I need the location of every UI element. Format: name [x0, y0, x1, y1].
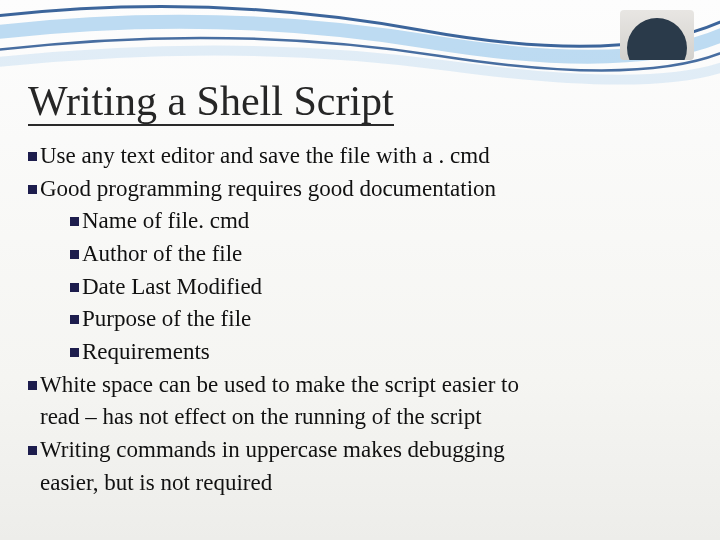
- bullet-text: Date Last Modified: [82, 271, 690, 304]
- bullet-item: Use any text editor and save the file wi…: [28, 140, 690, 173]
- corner-logo: [620, 10, 694, 60]
- bullet-text: White space can be used to make the scri…: [40, 369, 690, 402]
- slide-title: Writing a Shell Script: [28, 78, 394, 126]
- square-bullet-icon: [70, 348, 79, 357]
- bullet-text: Name of file. cmd: [82, 205, 690, 238]
- logo-arc-icon: [627, 18, 687, 60]
- bullet-item: Author of the file: [70, 238, 690, 271]
- bullet-item: Requirements: [70, 336, 690, 369]
- bullet-item: Date Last Modified: [70, 271, 690, 304]
- square-bullet-icon: [70, 217, 79, 226]
- bullet-continuation: easier, but is not required: [40, 467, 690, 500]
- bullet-item: Writing commands in uppercase makes debu…: [28, 434, 690, 467]
- square-bullet-icon: [28, 381, 37, 390]
- bullet-item: White space can be used to make the scri…: [28, 369, 690, 402]
- square-bullet-icon: [70, 250, 79, 259]
- bullet-text: Purpose of the file: [82, 303, 690, 336]
- bullet-item: Name of file. cmd: [70, 205, 690, 238]
- bullet-text: Author of the file: [82, 238, 690, 271]
- bullet-continuation: read – has not effect on the running of …: [40, 401, 690, 434]
- square-bullet-icon: [28, 446, 37, 455]
- square-bullet-icon: [70, 315, 79, 324]
- bullet-text: Requirements: [82, 336, 690, 369]
- bullet-text: Writing commands in uppercase makes debu…: [40, 434, 690, 467]
- square-bullet-icon: [28, 185, 37, 194]
- slide-body: Use any text editor and save the file wi…: [28, 140, 690, 499]
- bullet-item: Good programming requires good documenta…: [28, 173, 690, 206]
- bullet-item: Purpose of the file: [70, 303, 690, 336]
- square-bullet-icon: [28, 152, 37, 161]
- square-bullet-icon: [70, 283, 79, 292]
- bullet-text: Use any text editor and save the file wi…: [40, 140, 690, 173]
- bullet-text: Good programming requires good documenta…: [40, 173, 690, 206]
